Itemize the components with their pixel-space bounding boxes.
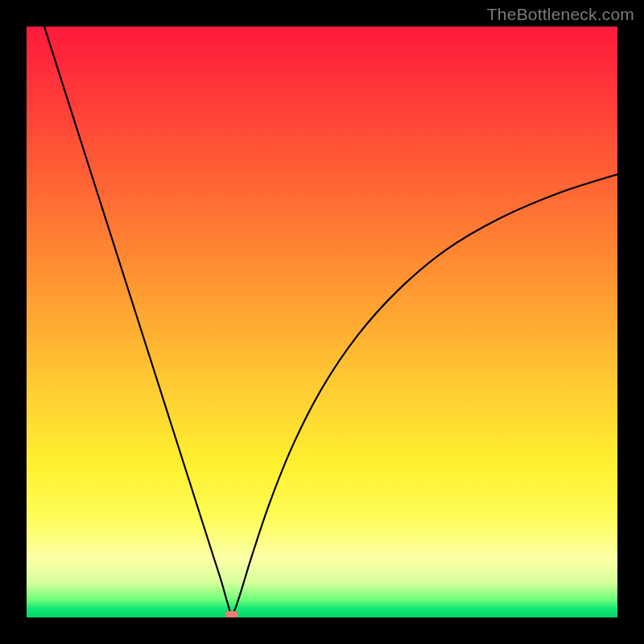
- plot-area: [27, 27, 617, 617]
- watermark-text: TheBottleneck.com: [487, 5, 634, 24]
- curve-path: [44, 27, 617, 614]
- bottleneck-curve: [27, 27, 617, 617]
- min-marker: [225, 611, 238, 617]
- chart-frame: TheBottleneck.com: [0, 0, 644, 644]
